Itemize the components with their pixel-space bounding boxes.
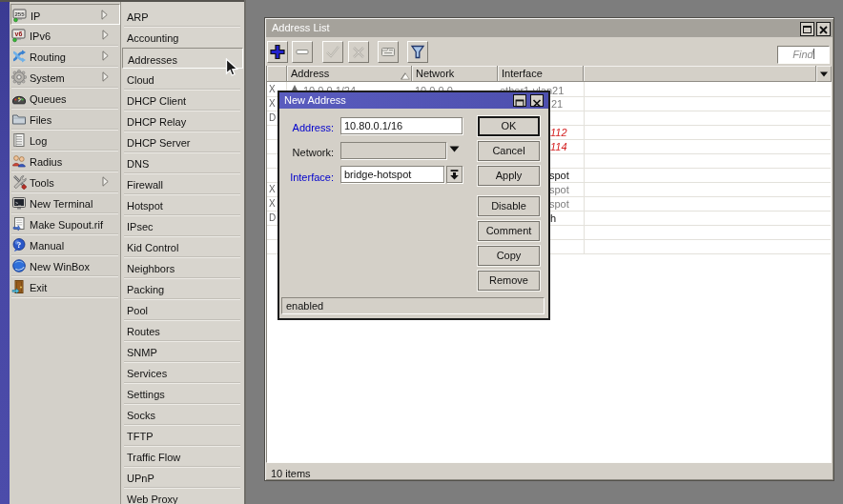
svg-text:?: ?: [17, 240, 22, 250]
svg-text:>_: >_: [15, 201, 22, 207]
svg-text:v6: v6: [15, 30, 23, 37]
svg-text:255: 255: [14, 11, 25, 17]
